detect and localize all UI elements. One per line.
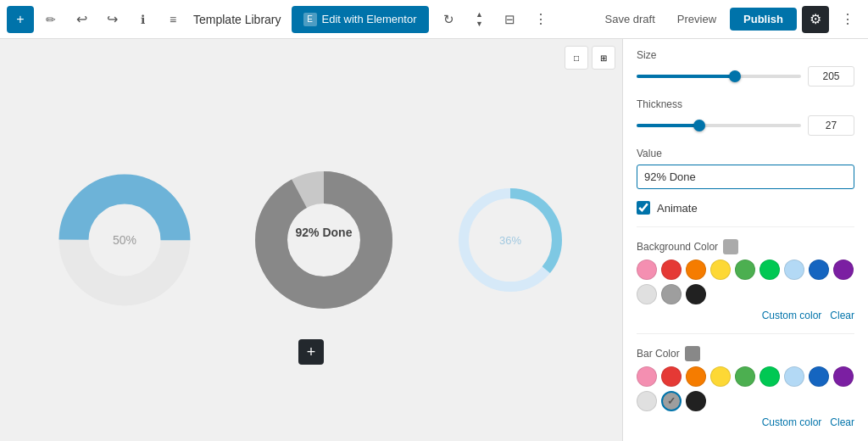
bg-color-label: Background Color: [637, 239, 854, 254]
bg-swatch-pink-light[interactable]: [637, 260, 657, 280]
bar-color-swatches: [637, 366, 854, 411]
bar-swatch-gray-selected[interactable]: [661, 391, 682, 411]
divider-1: [637, 226, 854, 227]
info-button[interactable]: ℹ: [129, 6, 156, 33]
arrow-split-button[interactable]: ▲ ▼: [466, 6, 493, 33]
bar-swatch-yellow[interactable]: [710, 366, 731, 387]
redo-button[interactable]: ↪: [98, 6, 125, 33]
bg-swatch-red[interactable]: [661, 260, 682, 280]
bar-swatch-red[interactable]: [661, 366, 682, 387]
more-dots-icon: ⋮: [841, 11, 854, 27]
bar-swatch-gray-light[interactable]: [637, 391, 657, 411]
size-slider-fill: [637, 75, 735, 78]
size-input[interactable]: [808, 66, 854, 87]
size-slider-thumb[interactable]: [729, 70, 741, 82]
arrow-up-icon: ▲: [476, 11, 483, 19]
spinner-icon: ↻: [443, 12, 454, 27]
bar-swatch-dark[interactable]: [686, 391, 706, 411]
bg-swatch-gray-light[interactable]: [637, 284, 657, 304]
donuts-area: 50% 92% Done: [53, 164, 570, 316]
corner-btn-2[interactable]: ⊞: [592, 46, 615, 70]
more-options-button[interactable]: ⋮: [527, 6, 554, 33]
edit-elementor-label: Edit with Elementor: [322, 13, 417, 25]
bg-custom-color-link[interactable]: Custom color: [762, 310, 822, 321]
bg-color-preview: [723, 239, 738, 254]
bar-swatch-green[interactable]: [760, 366, 780, 387]
canvas-corner-buttons: □ ⊞: [565, 46, 615, 70]
bg-swatch-blue[interactable]: [809, 260, 829, 280]
size-label: Size: [637, 49, 854, 61]
donut-2: 92% Done: [248, 164, 400, 316]
animate-label: Animate: [657, 202, 698, 215]
menu-icon: ≡: [170, 13, 176, 26]
sidebar: Size Thickness: [622, 39, 868, 441]
corner-btn-1[interactable]: □: [565, 46, 588, 70]
bg-color-swatches: [637, 260, 854, 304]
bg-color-section: Background Color Custom color Clear: [637, 239, 854, 321]
canvas: □ ⊞ 50% 92%: [0, 39, 622, 441]
main-layout: □ ⊞ 50% 92%: [0, 39, 868, 441]
value-input[interactable]: [637, 165, 854, 189]
animate-section: Animate: [637, 201, 854, 215]
bg-swatch-dark[interactable]: [686, 284, 706, 304]
size-slider-track[interactable]: [637, 75, 801, 78]
preview-button[interactable]: Preview: [669, 8, 725, 31]
bar-color-label: Bar Color: [637, 346, 854, 361]
bar-swatch-blue[interactable]: [809, 366, 829, 387]
size-slider-container: [637, 75, 801, 78]
pencil-button[interactable]: ✏: [37, 6, 64, 33]
svg-text:92% Done: 92% Done: [296, 226, 353, 239]
redo-icon: ↪: [107, 11, 118, 27]
spinner-button[interactable]: ↻: [436, 6, 463, 33]
donut-1: 50%: [53, 168, 197, 312]
info-icon: ℹ: [141, 13, 145, 26]
gear-icon: ⚙: [810, 11, 821, 27]
value-label: Value: [637, 148, 854, 159]
thickness-slider-container: [637, 124, 801, 127]
thickness-label: Thickness: [637, 98, 854, 110]
bg-swatch-orange[interactable]: [686, 260, 706, 280]
thickness-slider-fill: [637, 124, 699, 127]
bar-swatch-green-light[interactable]: [735, 366, 755, 387]
bar-clear-link[interactable]: Clear: [830, 416, 854, 428]
bar-color-section: Bar Color Custom color Clear: [637, 346, 854, 428]
add-element-button[interactable]: +: [298, 339, 324, 365]
publish-button[interactable]: Publish: [730, 8, 797, 31]
bar-swatch-orange[interactable]: [686, 366, 706, 387]
animate-checkbox[interactable]: [637, 201, 650, 215]
donut-3: 36%: [451, 181, 570, 299]
thickness-slider-track[interactable]: [637, 124, 801, 127]
undo-icon: ↩: [76, 11, 87, 27]
bg-swatch-green[interactable]: [760, 260, 780, 280]
layout-button[interactable]: ⊟: [497, 6, 524, 33]
thickness-slider-thumb[interactable]: [693, 120, 705, 131]
svg-point-4: [271, 187, 376, 293]
bg-swatch-purple[interactable]: [833, 260, 854, 280]
thickness-section: Thickness: [637, 98, 854, 136]
elementor-logo-icon: E: [303, 13, 317, 26]
bg-clear-link[interactable]: Clear: [830, 310, 854, 321]
bar-swatch-blue-light[interactable]: [784, 366, 804, 387]
add-button[interactable]: +: [7, 6, 34, 33]
edit-elementor-button[interactable]: E Edit with Elementor: [292, 6, 429, 33]
bg-swatch-yellow[interactable]: [710, 260, 731, 280]
bg-swatch-green-light[interactable]: [735, 260, 755, 280]
pencil-icon: ✏: [46, 13, 56, 26]
bar-swatch-purple[interactable]: [833, 366, 854, 387]
more-actions-button[interactable]: ⋮: [834, 6, 861, 33]
bg-swatch-blue-light[interactable]: [784, 260, 804, 280]
svg-text:50%: 50%: [113, 233, 136, 247]
value-section: Value: [637, 148, 854, 189]
undo-button[interactable]: ↩: [68, 6, 95, 33]
topbar: + ✏ ↩ ↪ ℹ ≡ Template Library E Edit with…: [0, 0, 868, 39]
bg-swatch-gray[interactable]: [661, 284, 682, 304]
bar-custom-color-link[interactable]: Custom color: [762, 416, 822, 428]
plus-icon: +: [307, 343, 316, 361]
bar-color-links: Custom color Clear: [637, 416, 854, 428]
add-icon: +: [16, 12, 24, 27]
menu-button[interactable]: ≡: [159, 6, 186, 33]
save-draft-button[interactable]: Save draft: [597, 8, 664, 31]
bar-swatch-pink-light[interactable]: [637, 366, 657, 387]
settings-button[interactable]: ⚙: [802, 6, 829, 33]
thickness-input[interactable]: [808, 115, 854, 136]
